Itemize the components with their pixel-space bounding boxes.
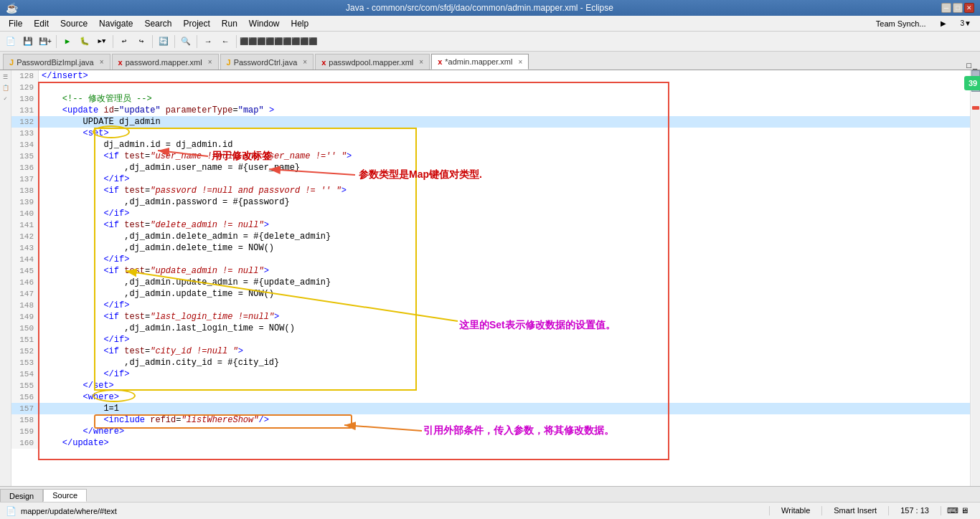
team-synch: Team Synch... ▶ 3▼ bbox=[870, 18, 977, 29]
line-content-144[interactable]: </if> bbox=[39, 254, 970, 265]
tab-close-2[interactable]: × bbox=[208, 58, 212, 66]
tab-close-1[interactable]: × bbox=[100, 58, 104, 66]
line-content-147[interactable]: ,dj_admin.update_time = NOW() bbox=[39, 288, 970, 300]
tab-bar: J PasswordBizImpl.java × x password.mapp… bbox=[0, 52, 980, 70]
debug-button[interactable]: 🐛 bbox=[77, 34, 93, 49]
line-content-160[interactable]: </update> bbox=[39, 437, 970, 449]
tab-source-label: Source bbox=[52, 491, 77, 500]
menu-search[interactable]: Search bbox=[138, 17, 177, 30]
menu-source[interactable]: Source bbox=[55, 17, 93, 30]
code-line-151: 151 </if> bbox=[11, 334, 970, 346]
line-num-140: 140 bbox=[11, 208, 39, 219]
tab-source[interactable]: Source bbox=[43, 489, 87, 502]
tab-passwdpool-mapper[interactable]: x passwdpool.mapper.xml × bbox=[315, 54, 430, 70]
line-content-152[interactable]: <if test="city_id !=null "> bbox=[39, 346, 970, 357]
line-content-158[interactable]: <include refid="listWhereShow"/> bbox=[39, 414, 970, 426]
tab-password-mapper[interactable]: x password.mapper.xml × bbox=[112, 54, 219, 70]
menu-file[interactable]: File bbox=[3, 17, 28, 30]
line-content-149[interactable]: <if test="last_login_time !=null"> bbox=[39, 311, 970, 323]
back-button[interactable]: ← bbox=[217, 34, 233, 49]
minimize-button[interactable]: ─ bbox=[941, 3, 951, 13]
line-content-132[interactable]: UPDATE dj_admin bbox=[39, 116, 970, 128]
code-content: 128 </insert> 129 130 <!-- 修改管理员 --> bbox=[11, 70, 970, 449]
tab-maximize-icon[interactable]: □ bbox=[966, 61, 971, 70]
vertical-scrollbar[interactable] bbox=[971, 70, 980, 486]
line-num-137: 137 bbox=[11, 173, 39, 185]
undo-button[interactable]: ↩ bbox=[116, 34, 132, 49]
tab-design[interactable]: Design bbox=[0, 489, 43, 502]
line-content-155[interactable]: </set> bbox=[39, 380, 970, 391]
line-content-141[interactable]: <if test="delete_admin != null"> bbox=[39, 219, 970, 231]
code-line-130: 130 <!-- 修改管理员 --> bbox=[11, 93, 970, 105]
line-content-129[interactable] bbox=[39, 82, 970, 93]
new-button[interactable]: 📄 bbox=[3, 34, 19, 49]
menu-window[interactable]: Window bbox=[243, 17, 286, 30]
line-content-140[interactable]: </if> bbox=[39, 208, 970, 219]
line-content-146[interactable]: ,dj_admin.update_admin = #{update_admin} bbox=[39, 277, 970, 288]
line-num-158: 158 bbox=[11, 414, 39, 426]
line-num-155: 155 bbox=[11, 380, 39, 391]
window-controls: ─ □ ✕ bbox=[941, 3, 974, 13]
line-num-138: 138 bbox=[11, 185, 39, 196]
search-button[interactable]: 🔍 bbox=[178, 34, 194, 49]
tab-passwordctrl[interactable]: J PasswordCtrl.java × bbox=[220, 54, 314, 70]
run-button[interactable]: ▶ bbox=[60, 34, 75, 49]
line-content-133[interactable]: <set> bbox=[39, 128, 970, 139]
line-num-135: 135 bbox=[11, 151, 39, 162]
tab-passwordbizimpl[interactable]: J PasswordBizImpl.java × bbox=[3, 54, 110, 70]
line-content-150[interactable]: ,dj_admin.last_login_time = NOW() bbox=[39, 323, 970, 334]
code-line-146: 146 ,dj_admin.update_admin = #{update_ad… bbox=[11, 277, 970, 288]
line-content-154[interactable]: </if> bbox=[39, 368, 970, 380]
line-content-153[interactable]: ,dj_admin.city_id = #{city_id} bbox=[39, 357, 970, 368]
tab-minimize-icon[interactable]: _ bbox=[973, 61, 977, 70]
line-content-135[interactable]: <if test="user_name !=null and user_name… bbox=[39, 151, 970, 162]
code-line-148: 148 </if> bbox=[11, 300, 970, 311]
line-content-142[interactable]: ,dj_admin.delete_admin = #{delete_admin} bbox=[39, 231, 970, 242]
toolbar: 📄 💾 💾+ ▶ 🐛 ▶▼ ↩ ↪ 🔄 🔍 → ← ⬛⬛⬛⬛⬛⬛⬛⬛⬛ bbox=[0, 32, 980, 52]
menu-run[interactable]: Run bbox=[216, 17, 243, 30]
line-num-142: 142 bbox=[11, 231, 39, 242]
code-scroll-area[interactable]: 128 </insert> 129 130 <!-- 修改管理员 --> bbox=[11, 70, 970, 486]
tab-close-3[interactable]: × bbox=[303, 58, 307, 66]
tab-close-5[interactable]: × bbox=[518, 58, 522, 66]
line-content-151[interactable]: </if> bbox=[39, 334, 970, 346]
line-content-159[interactable]: </where> bbox=[39, 426, 970, 437]
tab-admin-mapper[interactable]: x *admin.mapper.xml × bbox=[431, 54, 529, 70]
menu-navigate[interactable]: Navigate bbox=[93, 17, 138, 30]
code-editor[interactable]: 128 </insert> 129 130 <!-- 修改管理员 --> bbox=[11, 70, 970, 486]
line-content-134[interactable]: dj_admin.id = dj_admin.id bbox=[39, 139, 970, 151]
line-content-156[interactable]: <where> bbox=[39, 391, 970, 403]
maximize-button[interactable]: □ bbox=[953, 3, 963, 13]
close-button[interactable]: ✕ bbox=[964, 3, 974, 13]
line-content-139[interactable]: ,dj_admin.password = #{password} bbox=[39, 196, 970, 208]
run-config-button[interactable]: ▶▼ bbox=[94, 34, 110, 49]
line-content-130[interactable]: <!-- 修改管理员 --> bbox=[39, 93, 970, 105]
right-badge: 39 bbox=[964, 76, 980, 90]
menu-project[interactable]: Project bbox=[177, 17, 215, 30]
tab-label-5: *admin.mapper.xml bbox=[445, 57, 512, 66]
line-content-148[interactable]: </if> bbox=[39, 300, 970, 311]
line-content-143[interactable]: ,dj_admin.delete_time = NOW() bbox=[39, 242, 970, 254]
line-content-138[interactable]: <if test="passvord !=null and passvord !… bbox=[39, 185, 970, 196]
line-content-128[interactable]: </insert> bbox=[39, 70, 970, 82]
code-line-152: 152 <if test="city_id !=null "> bbox=[11, 346, 970, 357]
line-content-137[interactable]: </if> bbox=[39, 173, 970, 185]
menu-help[interactable]: Help bbox=[286, 17, 315, 30]
tab-close-4[interactable]: × bbox=[419, 58, 423, 66]
save-button[interactable]: 💾 bbox=[20, 34, 36, 49]
line-content-145[interactable]: <if test="update_admin != null"> bbox=[39, 265, 970, 277]
tab-label-1: PasswordBizImpl.java bbox=[17, 58, 94, 67]
tab-label-4: passwdpool.mapper.xml bbox=[329, 58, 413, 67]
redo-button[interactable]: ↪ bbox=[133, 34, 149, 49]
line-content-136[interactable]: ,dj_admin.user_name = #{user_name} bbox=[39, 162, 970, 173]
tab-icon-5: x bbox=[438, 57, 442, 66]
code-line-156: 156 <where> bbox=[11, 391, 970, 403]
code-line-160: 160 </update> bbox=[11, 437, 970, 449]
line-content-157[interactable]: 1=1 bbox=[39, 403, 970, 414]
save-all-button[interactable]: 💾+ bbox=[37, 34, 53, 49]
line-content-131[interactable]: <update id="update" parameterType="map" … bbox=[39, 105, 970, 116]
menu-edit[interactable]: Edit bbox=[28, 17, 55, 30]
tab-icon-2: x bbox=[118, 58, 123, 67]
next-button[interactable]: → bbox=[200, 34, 216, 49]
refresh-button[interactable]: 🔄 bbox=[156, 34, 171, 49]
